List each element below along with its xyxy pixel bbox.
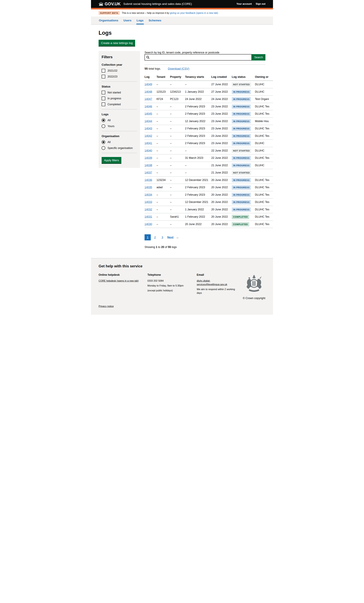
- search-button[interactable]: Search: [252, 54, 265, 60]
- pagination-page-3[interactable]: 3: [159, 234, 165, 240]
- log-created-cell: 20 June 2022: [211, 184, 232, 191]
- log-id-link[interactable]: 14049: [144, 83, 152, 86]
- crown-copyright-link[interactable]: © Crown copyright: [243, 297, 265, 300]
- checkbox-option-completed[interactable]: Completed: [102, 103, 137, 106]
- pagination-page-1[interactable]: 1: [144, 234, 151, 240]
- log-id-link[interactable]: 14035: [144, 186, 152, 189]
- log-id-link[interactable]: 14033: [144, 200, 152, 204]
- nav-item-logs[interactable]: Logs: [136, 17, 144, 24]
- log-id-link[interactable]: 14031: [144, 215, 152, 218]
- radio-option-yours[interactable]: Yours: [102, 124, 137, 128]
- log-id-link[interactable]: 14036: [144, 178, 152, 182]
- status-badge: COMPLETED: [232, 215, 249, 219]
- checkbox-icon[interactable]: [102, 75, 105, 78]
- filter-group-label: Logs: [102, 113, 137, 116]
- tenancy-starts-cell: 31 March 2023: [185, 154, 211, 162]
- checkbox-option-not-started[interactable]: Not started: [102, 91, 137, 94]
- property-cell: –: [170, 198, 185, 206]
- nav-item-schemes[interactable]: Schemes: [148, 17, 162, 24]
- log-id-link[interactable]: 14030: [144, 223, 152, 226]
- log-created-cell: 20 June 2022: [211, 206, 232, 213]
- support-beta-tag: SUPPORT BETA: [99, 11, 120, 15]
- log-id-link[interactable]: 14043: [144, 127, 152, 130]
- summary-showing-word: Showing: [144, 245, 155, 249]
- log-id-link[interactable]: 14042: [144, 134, 152, 137]
- feedback-link[interactable]: giving us your feedback (opens in a new …: [170, 12, 218, 14]
- log-id-link[interactable]: 14037: [144, 171, 152, 174]
- table-row: 14046––2 February 202323 June 2022IN PRO…: [144, 103, 273, 110]
- owning-organisation-cell: DLUHC Tes: [255, 154, 273, 162]
- privacy-notice-link[interactable]: Privacy notice: [99, 305, 114, 308]
- checkbox-option-2021-22[interactable]: 2021/22: [102, 69, 137, 72]
- filter-group-collection-year: Collection year2021/222022/23: [102, 63, 137, 78]
- govuk-logo[interactable]: GOV.UK: [99, 2, 121, 6]
- log-id-link[interactable]: 14039: [144, 156, 152, 159]
- nav-item-users[interactable]: Users: [123, 17, 132, 24]
- option-label: All: [107, 140, 111, 144]
- tenancy-starts-cell: 2 February 2023: [185, 103, 211, 110]
- status-badge: IN PROGRESS: [232, 134, 251, 138]
- radio-icon[interactable]: [102, 124, 105, 128]
- sign-out-link[interactable]: Sign out: [256, 3, 265, 5]
- checkbox-icon[interactable]: [102, 91, 105, 94]
- checkbox-option-2022-23[interactable]: 2022/23: [102, 75, 137, 78]
- summary-from: 1: [156, 245, 157, 249]
- table-row: 14047KF24PC12324 June 202224 June 2022IN…: [144, 95, 273, 103]
- nav-item-organisations[interactable]: Organisations: [99, 17, 119, 24]
- table-row: 14045––2 February 202323 June 2022IN PRO…: [144, 110, 273, 118]
- footer-link-core-helpdesk-opens-in-a-new-t[interactable]: CORE helpdesk (opens in a new tab): [99, 279, 139, 282]
- radio-icon[interactable]: [102, 146, 105, 150]
- download-csv-link[interactable]: Download (CSV): [168, 67, 189, 70]
- log-status-cell: IN PROGRESS: [232, 176, 255, 184]
- service-name-link[interactable]: Submit social housing lettings and sales…: [123, 2, 235, 6]
- log-id-link[interactable]: 14047: [144, 97, 152, 101]
- radio-option-all[interactable]: All: [102, 140, 137, 144]
- property-cell: –: [170, 132, 185, 140]
- your-account-link[interactable]: Your account: [236, 3, 252, 5]
- column-header-property: Property: [170, 73, 185, 81]
- footer-link-dluhc-digital-services-levelli[interactable]: dluhc.digital-services@levellingup.gov.u…: [197, 279, 227, 286]
- column-header-log-status: Log status: [232, 73, 255, 81]
- column-header-log-created: Log created: [211, 73, 232, 81]
- log-id-link[interactable]: 14045: [144, 112, 152, 115]
- log-id-link[interactable]: 14048: [144, 90, 152, 93]
- phase-banner-text-prefix: This is a new service – help us improve …: [122, 12, 170, 14]
- log-id-link[interactable]: 14038: [144, 164, 152, 167]
- tenant-cell: KF24: [156, 95, 170, 103]
- log-id-link[interactable]: 14032: [144, 208, 152, 211]
- tenant-cell: –: [156, 191, 170, 198]
- tenancy-starts-cell: –: [185, 81, 211, 88]
- radio-icon[interactable]: [102, 118, 105, 122]
- log-id-link[interactable]: 14041: [144, 142, 152, 145]
- status-badge: IN PROGRESS: [232, 141, 251, 146]
- log-id-link[interactable]: 14044: [144, 120, 152, 123]
- pagination-page-2[interactable]: 2: [152, 234, 158, 240]
- log-id-link[interactable]: 14040: [144, 149, 152, 152]
- log-id-link[interactable]: 14034: [144, 193, 152, 196]
- tenant-cell: –: [156, 140, 170, 147]
- status-badge: NOT STARTED: [232, 171, 251, 175]
- pagination-next-link[interactable]: Next: [167, 234, 174, 240]
- tenancy-starts-cell: 1 January 2022: [185, 206, 211, 213]
- status-badge: NOT STARTED: [232, 149, 251, 153]
- tenant-cell: –: [156, 81, 170, 88]
- create-lettings-log-button[interactable]: Create a new lettings log: [99, 40, 135, 46]
- log-id-link[interactable]: 14046: [144, 105, 152, 108]
- option-label: Yours: [107, 125, 114, 128]
- tenant-cell: –: [156, 125, 170, 132]
- property-cell: –: [170, 103, 185, 110]
- search-input[interactable]: [144, 54, 252, 60]
- owning-organisation-cell: DLUHC Tes: [255, 125, 273, 132]
- radio-option-all[interactable]: All: [102, 118, 137, 122]
- checkbox-icon[interactable]: [102, 69, 105, 72]
- checkbox-option-in-progress[interactable]: In progress: [102, 97, 137, 100]
- status-badge: IN PROGRESS: [232, 104, 251, 109]
- owning-organisation-cell: DLUHC: [255, 81, 273, 88]
- radio-option-specific-organisation[interactable]: Specific organisation: [102, 146, 137, 150]
- checkbox-icon[interactable]: [102, 97, 105, 100]
- radio-icon[interactable]: [102, 140, 105, 144]
- checkbox-icon[interactable]: [102, 103, 105, 106]
- property-cell: –: [170, 206, 185, 213]
- log-created-cell: 20 June 2022: [211, 220, 232, 228]
- apply-filters-button[interactable]: Apply filters: [102, 157, 121, 163]
